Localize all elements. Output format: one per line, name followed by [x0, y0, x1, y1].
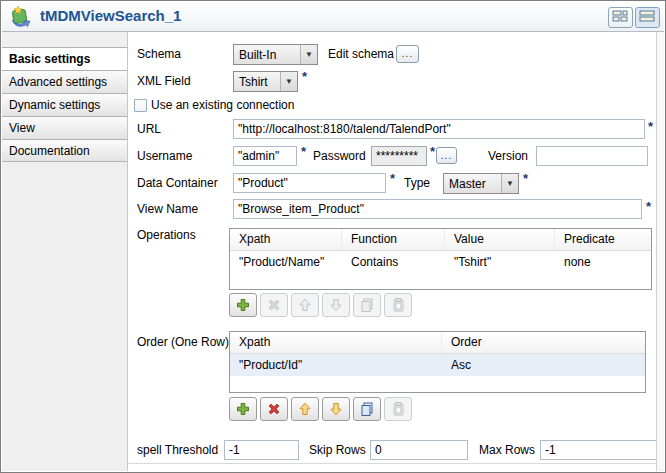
copy-icon[interactable]	[353, 293, 381, 317]
chevron-down-icon: ▼	[501, 174, 518, 193]
view-name-label: View Name	[137, 199, 198, 220]
paste-icon[interactable]	[384, 397, 412, 421]
cell-order[interactable]: Asc	[442, 354, 645, 376]
spell-threshold-label: spell Threshold	[137, 440, 218, 461]
delete-icon[interactable]	[260, 293, 288, 317]
component-icon	[9, 5, 35, 29]
column-header-xpath: Xpath	[230, 332, 442, 353]
operations-table-row[interactable]: "Product/Name" Contains "Tshirt" none	[230, 251, 651, 273]
type-dropdown-value: Master	[449, 177, 486, 191]
chevron-down-icon: ▼	[280, 72, 297, 91]
existing-connection-label: Use an existing connection	[151, 95, 294, 116]
column-header-predicate: Predicate	[555, 229, 651, 250]
operations-toolbar	[229, 293, 412, 317]
tab-advanced-settings[interactable]: Advanced settings	[2, 70, 127, 93]
chevron-down-icon: ▼	[300, 45, 317, 64]
grid-layout-icon	[612, 10, 629, 26]
component-settings-window: tMDMViewSearch_1	[0, 0, 666, 473]
max-rows-label: Max Rows	[479, 440, 535, 461]
move-up-icon[interactable]	[291, 397, 319, 421]
add-icon[interactable]	[229, 397, 257, 421]
column-header-xpath: Xpath	[230, 229, 342, 250]
move-up-icon[interactable]	[291, 293, 319, 317]
cell-xpath[interactable]: "Product/Id"	[230, 354, 442, 376]
required-marker: *	[523, 172, 528, 186]
order-toolbar	[229, 397, 412, 421]
username-input[interactable]	[233, 146, 297, 166]
max-rows-input[interactable]	[540, 440, 657, 460]
add-icon[interactable]	[229, 293, 257, 317]
spell-threshold-input[interactable]	[224, 440, 299, 460]
settings-tabs: Basic settings Advanced settings Dynamic…	[2, 47, 127, 162]
cell-xpath[interactable]: "Product/Name"	[230, 251, 342, 273]
url-label: URL	[137, 119, 161, 140]
tab-basic-settings[interactable]: Basic settings	[2, 47, 127, 70]
copy-icon[interactable]	[353, 397, 381, 421]
schema-dropdown[interactable]: Built-In ▼	[233, 44, 318, 65]
required-marker: *	[648, 120, 653, 134]
required-marker: *	[646, 200, 651, 214]
settings-sidebar: Basic settings Advanced settings Dynamic…	[2, 32, 128, 471]
header-bar: tMDMViewSearch_1	[2, 2, 664, 32]
view-name-input[interactable]	[233, 199, 642, 219]
skip-rows-input[interactable]	[370, 440, 468, 460]
password-edit-button[interactable]: ...	[436, 147, 457, 164]
bottom-divider	[128, 463, 658, 464]
existing-connection-checkbox[interactable]	[134, 99, 147, 112]
type-label: Type	[404, 173, 430, 194]
order-label: Order (One Row)	[137, 332, 229, 353]
edit-schema-label: Edit schema	[328, 44, 394, 65]
cell-predicate[interactable]: none	[555, 251, 651, 273]
operations-table: Xpath Function Value Predicate "Product/…	[229, 228, 652, 290]
order-table: Xpath Order "Product/Id" Asc	[229, 331, 646, 393]
xml-field-dropdown[interactable]: Tshirt ▼	[233, 71, 298, 92]
rows-layout-button[interactable]	[635, 7, 660, 28]
required-marker: *	[430, 145, 435, 159]
required-marker: *	[301, 145, 306, 159]
url-input[interactable]	[233, 119, 645, 139]
column-header-order: Order	[442, 332, 645, 353]
column-header-value: Value	[445, 229, 555, 250]
tab-documentation[interactable]: Documentation	[2, 139, 127, 162]
data-container-label: Data Container	[137, 173, 218, 194]
rows-layout-icon	[639, 10, 656, 26]
skip-rows-label: Skip Rows	[309, 440, 366, 461]
schema-label: Schema	[137, 44, 181, 65]
basic-settings-panel: Schema Built-In ▼ Edit schema ... XML Fi…	[128, 32, 658, 471]
order-table-header: Xpath Order	[230, 332, 645, 354]
column-header-function: Function	[342, 229, 445, 250]
password-label: Password	[313, 146, 366, 167]
version-label: Version	[488, 146, 528, 167]
version-input[interactable]	[536, 146, 648, 166]
order-table-row[interactable]: "Product/Id" Asc	[230, 354, 645, 376]
password-input[interactable]	[371, 146, 427, 166]
schema-dropdown-value: Built-In	[239, 48, 276, 62]
tab-view[interactable]: View	[2, 116, 127, 139]
grid-layout-button[interactable]	[608, 7, 633, 28]
paste-icon[interactable]	[384, 293, 412, 317]
right-gutter	[656, 32, 664, 471]
move-down-icon[interactable]	[322, 293, 350, 317]
required-marker: *	[302, 70, 307, 84]
delete-icon[interactable]	[260, 397, 288, 421]
data-container-input[interactable]	[233, 173, 386, 193]
move-down-icon[interactable]	[322, 397, 350, 421]
xml-field-label: XML Field	[137, 71, 191, 92]
operations-table-header: Xpath Function Value Predicate	[230, 229, 651, 251]
cell-value[interactable]: "Tshirt"	[445, 251, 555, 273]
cell-function[interactable]: Contains	[342, 251, 445, 273]
xml-field-dropdown-value: Tshirt	[239, 75, 268, 89]
edit-schema-button[interactable]: ...	[396, 45, 419, 63]
username-label: Username	[137, 146, 192, 167]
operations-label: Operations	[137, 225, 196, 246]
tab-dynamic-settings[interactable]: Dynamic settings	[2, 93, 127, 116]
required-marker: *	[390, 172, 395, 186]
type-dropdown[interactable]: Master ▼	[443, 173, 519, 194]
component-title: tMDMViewSearch_1	[40, 7, 181, 24]
